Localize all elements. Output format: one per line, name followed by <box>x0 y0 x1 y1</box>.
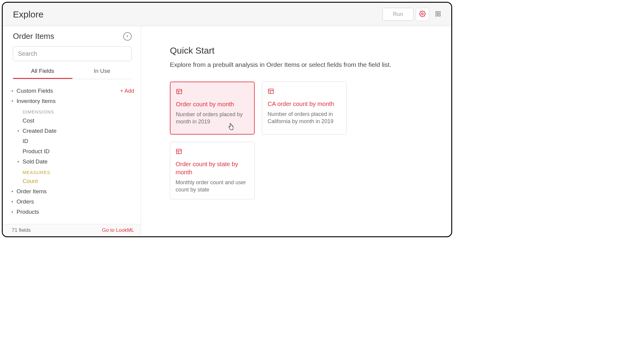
field-created-date[interactable]: Created Date <box>9 126 134 136</box>
sidebar-top: Order Items All Fields In Use <box>3 26 141 82</box>
card-desc: Number of orders placed in California by… <box>268 110 341 125</box>
group-custom-fields[interactable]: Custom Fields + Add <box>9 86 134 96</box>
field-count: 71 fields <box>12 227 31 233</box>
field-product-id[interactable]: Product ID <box>9 146 134 157</box>
settings-button[interactable] <box>416 8 429 21</box>
sidebar-footer: 71 fields Go to LookML <box>3 224 141 236</box>
sidebar-title: Order Items <box>13 32 54 41</box>
group-label: Order Items <box>15 188 134 195</box>
card-title: Order count by month <box>176 100 249 108</box>
field-cost[interactable]: Cost <box>9 116 134 126</box>
go-to-lookml-link[interactable]: Go to LookML <box>102 227 134 233</box>
gear-icon <box>419 11 426 18</box>
group-label: Inventory Items <box>15 98 134 104</box>
card-desc: Number of orders placed by month in 2019 <box>176 111 249 126</box>
collapse-sidebar-button[interactable] <box>123 32 132 41</box>
svg-rect-2 <box>439 11 440 13</box>
card-ca-order-count-by-month[interactable]: CA order count by month Number of orders… <box>262 82 347 135</box>
table-icon <box>176 148 249 156</box>
svg-rect-4 <box>439 14 440 16</box>
page-title: Explore <box>13 9 44 20</box>
svg-marker-6 <box>11 101 13 102</box>
group-products[interactable]: Products <box>9 207 134 217</box>
group-inventory-items[interactable]: Inventory Items <box>9 96 134 106</box>
group-label: Custom Fields <box>15 88 120 94</box>
main-panel: Quick Start Explore from a prebuilt anal… <box>141 26 451 236</box>
tab-all-fields[interactable]: All Fields <box>13 63 72 79</box>
field-id[interactable]: ID <box>9 136 134 146</box>
svg-rect-12 <box>177 89 182 94</box>
table-icon <box>176 88 249 96</box>
group-label: Products <box>15 209 134 215</box>
group-order-items[interactable]: Order Items <box>9 186 134 197</box>
run-button[interactable]: Run <box>382 8 413 21</box>
grid-icon <box>435 11 441 18</box>
field-sold-date[interactable]: Sold Date <box>9 157 134 167</box>
card-order-count-by-state-by-month[interactable]: Order count by state by month Monthly or… <box>170 142 255 199</box>
quick-start-subtitle: Explore from a prebuilt analysis in Orde… <box>170 61 451 68</box>
group-label: Orders <box>15 198 134 205</box>
body: Order Items All Fields In Use <box>3 26 451 236</box>
dashboard-grid-button[interactable] <box>431 8 445 21</box>
add-custom-field-button[interactable]: + Add <box>120 88 134 94</box>
field-count[interactable]: Count <box>9 176 134 186</box>
table-icon <box>268 88 341 96</box>
field-list: Custom Fields + Add Inventory Items DIME… <box>3 82 141 224</box>
dimensions-header: DIMENSIONS <box>9 106 134 116</box>
quick-start-cards: Order count by month Number of orders pl… <box>170 82 362 199</box>
quick-start-title: Quick Start <box>170 45 451 56</box>
field-label: Sold Date <box>21 158 134 165</box>
group-orders[interactable]: Orders <box>9 197 134 207</box>
svg-point-0 <box>422 13 423 15</box>
explore-window: Explore Run Order Items <box>2 2 452 237</box>
search-input[interactable] <box>13 46 132 61</box>
field-tabs: All Fields In Use <box>13 63 132 79</box>
caret-right-icon <box>15 129 21 132</box>
add-label: Add <box>124 88 134 94</box>
svg-rect-18 <box>176 149 182 154</box>
svg-marker-11 <box>12 211 13 213</box>
header-actions: Run <box>382 8 445 21</box>
svg-marker-5 <box>12 90 13 92</box>
card-order-count-by-month[interactable]: Order count by month Number of orders pl… <box>170 82 255 135</box>
caret-right-icon <box>9 89 15 92</box>
svg-rect-3 <box>436 14 438 16</box>
caret-right-icon <box>9 190 15 193</box>
card-desc: Monthly order count and user count by st… <box>176 179 249 194</box>
caret-down-icon <box>9 100 15 103</box>
card-title: Order count by state by month <box>176 160 249 176</box>
svg-marker-9 <box>12 191 13 192</box>
field-label: Created Date <box>21 128 134 134</box>
card-title: CA order count by month <box>268 100 341 108</box>
svg-rect-1 <box>436 11 438 13</box>
plus-icon: + <box>120 88 123 94</box>
caret-right-icon <box>9 210 15 213</box>
svg-rect-15 <box>268 89 274 94</box>
caret-right-icon <box>9 200 15 203</box>
svg-marker-8 <box>18 161 19 163</box>
caret-right-icon <box>15 160 21 163</box>
svg-marker-10 <box>12 201 13 203</box>
svg-marker-7 <box>18 130 19 132</box>
field-sidebar: Order Items All Fields In Use <box>3 26 141 236</box>
measures-header: MEASURES <box>9 167 134 176</box>
tab-in-use[interactable]: In Use <box>72 63 132 79</box>
chevron-left-icon <box>126 34 129 39</box>
header-bar: Explore Run <box>3 3 451 26</box>
